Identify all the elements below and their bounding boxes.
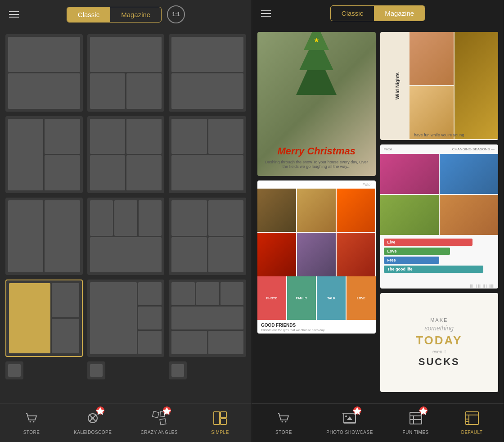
nav-kaleidoscope[interactable]: KALEIDOSCOPE xyxy=(74,408,112,435)
cs-text-area: Live Love Free The good life xyxy=(380,235,499,283)
cs-header: Fotor CHANGING SEASONS — xyxy=(380,144,499,154)
make-today-card[interactable]: MAKE something TODAY even it SUCKS xyxy=(380,293,499,392)
template-13[interactable] xyxy=(5,361,23,379)
template-1[interactable] xyxy=(5,34,83,112)
wild-nights-title: Wild Nights xyxy=(395,72,400,99)
ratio-badge[interactable]: 1:1 xyxy=(167,5,185,23)
mt-something: something xyxy=(424,325,454,332)
template-8[interactable] xyxy=(87,198,165,275)
svg-point-11 xyxy=(285,421,287,423)
template-11[interactable] xyxy=(87,280,165,357)
nav-fun-times[interactable]: FUN TIMES xyxy=(402,408,429,435)
svg-point-15 xyxy=(345,415,347,417)
svg-point-10 xyxy=(282,421,283,423)
fb-family: FAMILY xyxy=(296,297,307,300)
kaleidoscope-badge xyxy=(96,406,104,415)
fotor-collage-card[interactable]: Fotor PHOTO FAMILY TALK LOVE GOOD FRIEN xyxy=(257,180,376,334)
cart-icon-right xyxy=(274,408,293,428)
right-tab-group: Classic Magazine xyxy=(330,5,425,21)
svg-point-3 xyxy=(91,417,94,419)
nav-default[interactable]: DEFAULT xyxy=(459,408,486,435)
left-tab-group: Classic Magazine xyxy=(67,7,162,23)
christmas-title: Merry Christmas xyxy=(265,145,369,157)
nav-simple[interactable]: SIMPLE xyxy=(207,408,234,435)
fotor-info: GOOD FRIENDS Friends are the gifts that … xyxy=(257,321,376,334)
svg-rect-4 xyxy=(152,411,159,418)
fun-times-icon xyxy=(406,408,426,428)
magazine-col-left: ★ Merry Christmas Dashing through the sn… xyxy=(257,32,376,398)
template-9[interactable] xyxy=(169,198,246,275)
nav-crazy-angles[interactable]: CRAZY ANGLES xyxy=(140,408,178,435)
wild-nights-photos xyxy=(410,32,498,140)
template-7[interactable] xyxy=(5,198,83,275)
nav-simple-label: SIMPLE xyxy=(211,430,229,435)
cs-tag-goodlife: The good life xyxy=(384,266,484,273)
right-menu-button[interactable] xyxy=(259,9,273,18)
mt-today: TODAY xyxy=(416,334,462,347)
crazy-angles-icon xyxy=(149,408,169,428)
svg-marker-14 xyxy=(347,416,352,420)
nav-store-right[interactable]: STORE xyxy=(270,408,297,435)
left-panel: Classic Magazine 1:1 xyxy=(0,0,252,442)
nav-store-left[interactable]: STORE xyxy=(18,408,45,435)
svg-rect-22 xyxy=(466,412,478,424)
mt-make: MAKE xyxy=(430,317,448,323)
svg-rect-9 xyxy=(220,419,226,424)
fotor-bottom-labels: PHOTO FAMILY TALK LOVE xyxy=(257,276,376,321)
template-4[interactable] xyxy=(5,116,83,194)
fotor-label: Fotor xyxy=(257,180,376,189)
right-header: Classic Magazine xyxy=(252,0,504,27)
nav-photo-showcase-label: PHOTO SHOWCASE xyxy=(326,430,373,435)
left-tab-magazine[interactable]: Magazine xyxy=(110,7,161,22)
template-15[interactable] xyxy=(169,361,187,379)
fb-love: LOVE xyxy=(357,297,365,300)
photo-showcase-icon xyxy=(340,408,360,428)
cs-barcode: ||| || ||| || | ||||| xyxy=(380,283,499,289)
right-bottom-nav: STORE PHOTO SHOWCASE xyxy=(252,403,504,442)
kaleidoscope-icon xyxy=(83,408,103,428)
left-tab-classic[interactable]: Classic xyxy=(67,7,110,22)
left-menu-button[interactable] xyxy=(7,9,21,19)
default-icon xyxy=(462,408,482,428)
changing-seasons-card[interactable]: Fotor CHANGING SEASONS — Live Love Free … xyxy=(380,144,499,289)
nav-crazy-angles-label: CRAZY ANGLES xyxy=(140,430,178,435)
christmas-subtitle: Dashing through the snow To your house e… xyxy=(265,160,369,169)
template-12[interactable] xyxy=(169,280,246,357)
cart-icon xyxy=(22,408,41,428)
template-2[interactable] xyxy=(87,34,165,112)
template-5[interactable] xyxy=(87,116,165,194)
nav-default-label: DEFAULT xyxy=(461,430,483,435)
svg-rect-5 xyxy=(160,419,166,425)
cs-header-left: Fotor xyxy=(384,147,392,151)
nav-store-label-right: STORE xyxy=(275,430,292,435)
right-tab-classic[interactable]: Classic xyxy=(331,6,374,21)
left-bottom-nav: STORE KALEIDOSCOPE xyxy=(0,403,252,442)
template-14[interactable] xyxy=(87,361,105,379)
template-3[interactable] xyxy=(169,34,246,112)
right-tab-magazine[interactable]: Magazine xyxy=(374,6,425,21)
cs-tag-free: Free xyxy=(384,257,439,264)
svg-rect-7 xyxy=(214,412,220,424)
photo-showcase-badge xyxy=(353,406,361,415)
cs-tag-live: Live xyxy=(384,239,472,246)
mt-sucks: SUCKS xyxy=(418,356,460,368)
fotor-photos-grid xyxy=(257,189,376,276)
fotor-friends-title: GOOD FRIENDS xyxy=(261,323,372,328)
magazine-col-right: Wild Nights have fun while you're young … xyxy=(380,32,499,398)
template-6[interactable] xyxy=(169,116,246,194)
nav-kaleidoscope-label: KALEIDOSCOPE xyxy=(74,430,112,435)
cs-header-right: CHANGING SEASONS — xyxy=(452,147,495,151)
mt-even: even it xyxy=(432,349,446,354)
nav-photo-showcase[interactable]: PHOTO SHOWCASE xyxy=(326,408,373,435)
nav-fun-times-label: FUN TIMES xyxy=(403,430,429,435)
template-grid xyxy=(0,29,252,403)
svg-rect-8 xyxy=(220,412,226,418)
cs-tag-love: Love xyxy=(384,248,450,255)
fotor-friends-sub: Friends are the gifts that we choose eac… xyxy=(261,329,372,332)
simple-icon xyxy=(210,408,230,428)
nav-store-label-left: STORE xyxy=(23,430,40,435)
left-header: Classic Magazine 1:1 xyxy=(0,0,252,29)
christmas-card[interactable]: ★ Merry Christmas Dashing through the sn… xyxy=(257,32,376,176)
template-10[interactable] xyxy=(5,280,83,357)
wild-nights-card[interactable]: Wild Nights have fun while you're young xyxy=(380,32,499,140)
